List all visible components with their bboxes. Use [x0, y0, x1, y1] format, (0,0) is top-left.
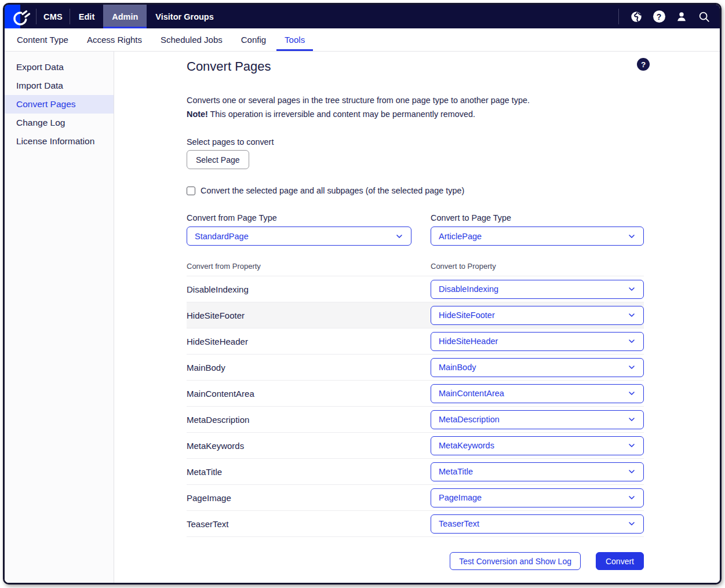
property-to-select-maincontentarea[interactable]: MainContentArea [431, 384, 644, 403]
property-row: PageImage PageImage [187, 485, 644, 511]
property-to-select-metatitle[interactable]: MetaTitle [431, 462, 644, 481]
property-table-header: Convert from Property Convert to Propert… [187, 262, 644, 276]
topbar-tab-admin[interactable]: Admin [103, 5, 147, 28]
tab-scheduled-jobs[interactable]: Scheduled Jobs [152, 28, 231, 51]
property-row: MainContentArea MainContentArea [187, 381, 644, 407]
property-row: HideSiteFooter HideSiteFooter [187, 302, 644, 328]
chevron-down-icon [627, 519, 636, 528]
to-page-type-label: Convert to Page Type [431, 213, 644, 222]
property-to-select-hidesiteheader[interactable]: HideSiteHeader [431, 332, 644, 351]
property-row: MainBody MainBody [187, 355, 644, 381]
property-row: DisableIndexing DisableIndexing [187, 276, 644, 302]
property-row: TeaserText TeaserText [187, 511, 644, 537]
topbar-tab-edit[interactable]: Edit [70, 5, 103, 28]
from-page-type-label: Convert from Page Type [187, 213, 411, 222]
chevron-down-icon [627, 337, 636, 346]
chevron-down-icon [627, 467, 636, 476]
topbar-actions: ? [618, 5, 720, 28]
tab-tools[interactable]: Tools [276, 28, 313, 51]
page-type-selectors: Convert from Page Type StandardPage Conv… [187, 213, 644, 246]
select-page-button[interactable]: Select Page [187, 150, 249, 169]
test-conversion-button[interactable]: Test Conversion and Show Log [450, 552, 581, 570]
globe-icon[interactable] [630, 10, 643, 23]
subpages-checkbox[interactable] [187, 187, 195, 195]
to-page-type-select[interactable]: ArticlePage [431, 227, 644, 246]
property-to-select-pageimage[interactable]: PageImage [431, 488, 644, 507]
body: Export Data Import Data Convert Pages Ch… [5, 52, 720, 583]
property-row: MetaKeywords MetaKeywords [187, 433, 644, 459]
optimizely-logo[interactable] [5, 5, 36, 28]
property-rows: DisableIndexing DisableIndexing HideSite… [187, 276, 644, 537]
chevron-down-icon [627, 493, 636, 502]
property-to-select-disableindexing[interactable]: DisableIndexing [431, 280, 644, 299]
chevron-down-icon [627, 389, 636, 398]
property-from-label: MetaDescription [187, 415, 411, 425]
property-from-label: HideSiteFooter [187, 311, 411, 320]
property-from-label: PageImage [187, 493, 411, 503]
property-from-label: TeaserText [187, 519, 411, 529]
sidebar-item-license-information[interactable]: License Information [5, 132, 114, 151]
sidebar-item-export-data[interactable]: Export Data [5, 58, 114, 76]
from-page-type-select[interactable]: StandardPage [187, 227, 411, 246]
sidebar-item-import-data[interactable]: Import Data [5, 76, 114, 95]
convert-pages-panel: Convert Pages ? Converts one or several … [114, 52, 720, 583]
property-from-label: MetaKeywords [187, 441, 411, 451]
help-icon[interactable]: ? [653, 10, 665, 23]
property-to-select-mainbody[interactable]: MainBody [431, 358, 644, 377]
property-from-label: MainContentArea [187, 389, 411, 399]
property-from-label: MetaTitle [187, 467, 411, 477]
tab-config[interactable]: Config [233, 28, 274, 51]
app-window: CMS Edit Admin Visitor Groups [3, 3, 722, 585]
product-label-cms[interactable]: CMS [37, 5, 70, 28]
chevron-down-icon [627, 441, 636, 450]
select-pages-label: Select pages to convert [187, 137, 644, 147]
sidebar-item-convert-pages[interactable]: Convert Pages [5, 95, 114, 114]
page-description: Converts one or several pages in the tre… [187, 93, 644, 121]
chevron-down-icon [627, 284, 636, 294]
topbar-tabs: Edit Admin Visitor Groups [70, 5, 223, 28]
divider [618, 9, 619, 24]
tab-content-type[interactable]: Content Type [9, 28, 76, 51]
subpages-checkbox-label: Convert the selected page and all subpag… [201, 186, 464, 195]
footer-actions: Test Conversion and Show Log Convert [187, 552, 644, 570]
user-icon[interactable] [675, 10, 688, 23]
property-from-label: HideSiteHeader [187, 337, 411, 346]
property-from-label: DisableIndexing [187, 284, 411, 294]
topbar-tab-visitor-groups[interactable]: Visitor Groups [147, 5, 222, 28]
sidebar-item-change-log[interactable]: Change Log [5, 114, 114, 132]
property-to-select-metadescription[interactable]: MetaDescription [431, 410, 644, 429]
tools-sidebar: Export Data Import Data Convert Pages Ch… [5, 52, 114, 583]
property-row: HideSiteHeader HideSiteHeader [187, 328, 644, 355]
subpages-option: Convert the selected page and all subpag… [187, 186, 644, 195]
chevron-down-icon [627, 363, 636, 372]
top-navbar: CMS Edit Admin Visitor Groups [5, 5, 720, 28]
chevron-down-icon [627, 232, 636, 241]
to-property-header: Convert to Property [431, 262, 644, 271]
chevron-down-icon [627, 311, 636, 320]
admin-subnav: Content Type Access Rights Scheduled Job… [5, 28, 720, 52]
page-help-icon[interactable]: ? [637, 58, 650, 71]
property-row: MetaTitle MetaTitle [187, 459, 644, 485]
chevron-down-icon [627, 415, 636, 424]
search-icon[interactable] [698, 10, 711, 23]
page-title: Convert Pages [187, 59, 644, 74]
chevron-down-icon [395, 232, 404, 241]
optimizely-mark-icon [11, 7, 31, 27]
property-to-select-teasertext[interactable]: TeaserText [431, 514, 644, 534]
from-property-header: Convert from Property [187, 262, 411, 271]
convert-button[interactable]: Convert [596, 552, 644, 570]
property-to-select-metakeywords[interactable]: MetaKeywords [431, 436, 644, 455]
property-to-select-hidesitefooter[interactable]: HideSiteFooter [431, 306, 644, 325]
tab-access-rights[interactable]: Access Rights [79, 28, 150, 51]
property-from-label: MainBody [187, 363, 411, 372]
property-row: MetaDescription MetaDescription [187, 407, 644, 433]
